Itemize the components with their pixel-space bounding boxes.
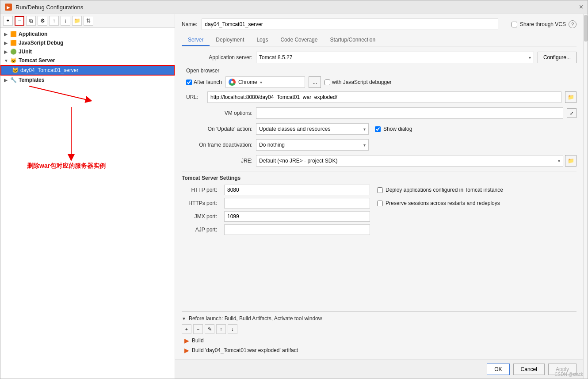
tab-server[interactable]: Server: [182, 34, 210, 46]
url-row: URL: 📁: [182, 91, 577, 103]
browser-row: After launch Chrome ▾ ... with JavaScrip…: [182, 76, 577, 88]
vm-options-input[interactable]: [256, 107, 563, 119]
settings-button[interactable]: ⚙: [38, 16, 47, 26]
copy-config-button[interactable]: ⧉: [26, 16, 36, 26]
collapse-arrow: ▼: [182, 316, 186, 321]
scroll-thumb[interactable]: [584, 15, 588, 42]
url-label: URL:: [186, 94, 204, 100]
ok-button[interactable]: OK: [487, 364, 509, 375]
ajp-port-label: AJP port:: [182, 227, 217, 233]
browser-select[interactable]: Chrome ▾: [225, 76, 305, 88]
tree-item-templates[interactable]: ▶ 🔧 Templates: [0, 76, 175, 84]
on-update-select[interactable]: Update classes and resources ▾: [256, 123, 369, 135]
move-up-button[interactable]: ↑: [49, 16, 59, 26]
on-frame-row: On frame deactivation: Do nothing ▾: [182, 139, 577, 151]
left-toolbar: + − ⧉ ⚙ ↑ ↓ 📁 ⇅: [0, 14, 175, 28]
preserve-sessions-label[interactable]: Preserve sessions across restarts and re…: [377, 200, 500, 206]
jre-browse-button[interactable]: 📁: [565, 155, 577, 167]
remove-config-button[interactable]: −: [15, 16, 24, 26]
http-port-label: HTTP port:: [182, 187, 217, 193]
tree-label-js-debug: JavaScript Debug: [19, 40, 63, 46]
ajp-port-input[interactable]: [224, 224, 370, 235]
expand-arrow-js: ▶: [4, 41, 8, 45]
left-panel: + − ⧉ ⚙ ↑ ↓ 📁 ⇅ ▶ 🟧 Application ▶: [0, 14, 175, 379]
server-instance-icon: 🐱: [12, 67, 19, 73]
show-dialog-checkbox[interactable]: [375, 126, 381, 132]
junit-icon: 🟢: [10, 49, 17, 55]
jmx-port-input[interactable]: [224, 211, 370, 222]
tree-item-junit[interactable]: ▶ 🟢 JUnit: [0, 47, 175, 56]
tree-item-javascript-debug[interactable]: ▶ 🟧 JavaScript Debug: [0, 38, 175, 47]
url-browse-button[interactable]: 📁: [565, 91, 577, 103]
before-launch-section: ▼ Before launch: Build, Build Artifacts,…: [182, 311, 577, 355]
on-frame-select[interactable]: Do nothing ▾: [256, 139, 369, 151]
bl-move-up-button[interactable]: ↑: [216, 324, 226, 334]
before-launch-header[interactable]: ▼ Before launch: Build, Build Artifacts,…: [182, 315, 577, 322]
name-label: Name:: [182, 21, 197, 27]
tab-deployment[interactable]: Deployment: [210, 34, 250, 46]
window-title: Run/Debug Configurations: [15, 4, 83, 11]
expand-arrow-tomcat: ▼: [4, 58, 8, 63]
on-frame-arrow: ▾: [363, 143, 366, 148]
http-port-input[interactable]: [224, 185, 370, 195]
tab-startup-connection[interactable]: Startup/Connection: [324, 34, 382, 46]
move-down-button[interactable]: ↓: [61, 16, 70, 26]
bl-item-build: ▶ Build: [182, 336, 577, 345]
bl-move-down-button[interactable]: ↓: [228, 324, 237, 334]
open-browser-title: Open browser: [182, 68, 577, 74]
https-port-label: HTTPs port:: [182, 200, 217, 206]
jmx-port-row: JMX port:: [182, 211, 577, 222]
bl-edit-button[interactable]: ✎: [205, 324, 214, 334]
vm-options-expand[interactable]: ⤢: [567, 108, 577, 118]
config-form: Name: day04_Tomcat01_server Share throug…: [175, 14, 583, 360]
add-config-button[interactable]: +: [3, 16, 13, 26]
on-update-row: On 'Update' action: Update classes and r…: [182, 123, 577, 135]
separator: [182, 171, 577, 171]
folder-button[interactable]: 📁: [72, 16, 82, 26]
https-port-input[interactable]: [224, 198, 370, 208]
share-vcs-checkbox[interactable]: [512, 22, 517, 27]
name-input[interactable]: day04_Tomcat01_server: [202, 19, 498, 30]
vm-options-label: VM options:: [182, 110, 252, 116]
js-debugger-checkbox[interactable]: [325, 80, 330, 85]
after-launch-label[interactable]: After launch: [186, 79, 222, 85]
open-browser-section: Open browser After launch Chrome ▾: [182, 68, 577, 103]
app-server-select[interactable]: Tomcat 8.5.27 ▾: [256, 52, 534, 63]
tree-label-day04-server: day04_Tomcat01_server: [20, 67, 78, 73]
before-launch-title: Before launch: Build, Build Artifacts, A…: [189, 315, 322, 322]
name-row: Name: day04_Tomcat01_server Share throug…: [182, 19, 577, 30]
deploy-configured-checkbox[interactable]: [377, 187, 383, 193]
after-launch-checkbox[interactable]: [186, 80, 192, 85]
close-button[interactable]: ×: [579, 3, 583, 11]
help-button[interactable]: ?: [569, 20, 577, 28]
browser-browse-button[interactable]: ...: [309, 76, 321, 88]
scrollbar[interactable]: [583, 14, 588, 379]
on-frame-label: On frame deactivation:: [182, 142, 252, 148]
run-debug-dialog: ▶ Run/Debug Configurations × + − ⧉ ⚙ ↑ ↓…: [0, 0, 588, 379]
jmx-port-label: JMX port:: [182, 213, 217, 220]
bl-remove-button[interactable]: −: [193, 324, 203, 334]
build-icon: ▶: [184, 337, 189, 344]
tab-logs[interactable]: Logs: [250, 34, 274, 46]
tab-code-coverage[interactable]: Code Coverage: [274, 34, 324, 46]
tomcat-settings-title: Tomcat Server Settings: [182, 175, 577, 181]
tree-item-day04-server[interactable]: 🐱 day04_Tomcat01_server: [0, 65, 175, 76]
jre-select[interactable]: Default (<no JRE> - project SDK) ▾: [256, 155, 563, 167]
tab-bar: Server Deployment Logs Code Coverage Sta…: [182, 34, 577, 46]
before-launch-toolbar: + − ✎ ↑ ↓: [182, 324, 577, 334]
preserve-sessions-checkbox[interactable]: [377, 201, 383, 206]
configure-button[interactable]: Configure...: [538, 52, 577, 63]
artifact-icon: ▶: [184, 347, 189, 354]
bl-add-button[interactable]: +: [182, 324, 191, 334]
cancel-button[interactable]: Cancel: [513, 364, 545, 375]
window-icon: ▶: [5, 4, 12, 11]
js-debugger-label[interactable]: with JavaScript debugger: [325, 79, 392, 85]
tree-item-tomcat[interactable]: ▼ 🐱 Tomcat Server: [0, 56, 175, 65]
sort-button[interactable]: ⇅: [84, 16, 93, 26]
url-input[interactable]: [207, 91, 561, 103]
js-debug-icon: 🟧: [10, 40, 17, 46]
tree-label-templates: Templates: [19, 77, 44, 83]
deploy-configured-label[interactable]: Deploy applications configured in Tomcat…: [377, 187, 503, 193]
tree-item-application[interactable]: ▶ 🟧 Application: [0, 30, 175, 38]
app-server-row: Application server: Tomcat 8.5.27 ▾ Conf…: [182, 52, 577, 63]
